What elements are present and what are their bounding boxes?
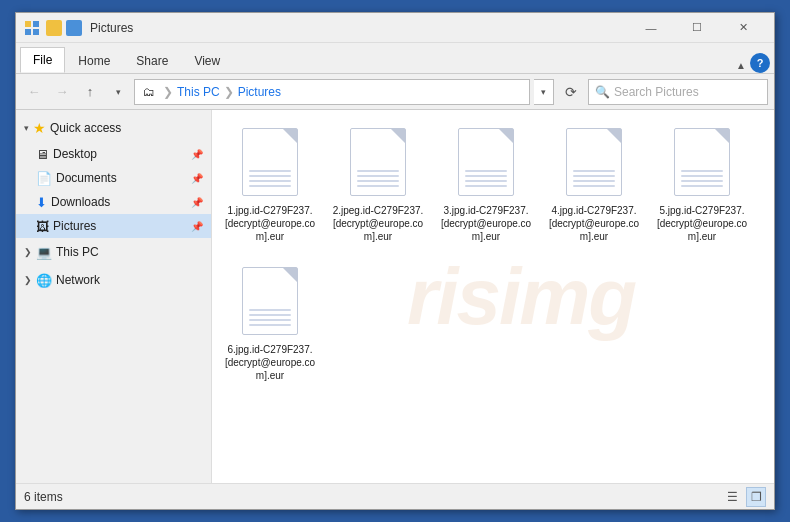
- sidebar: ▾ ★ Quick access 🖥 Desktop 📌 📄 Documents…: [16, 110, 212, 483]
- list-item[interactable]: 3.jpg.id-C279F237.[decrypt@europe.com].e…: [436, 118, 536, 249]
- undo-qs-btn[interactable]: [66, 20, 82, 36]
- tab-home[interactable]: Home: [65, 47, 123, 73]
- this-pc-section[interactable]: ❯ 💻 This PC: [16, 238, 211, 266]
- doc-corner-fold: [715, 129, 729, 143]
- file-name-label: 6.jpg.id-C279F237.[decrypt@europe.com].e…: [224, 343, 316, 382]
- search-placeholder: Search Pictures: [614, 85, 699, 99]
- quick-access-label: Quick access: [50, 121, 121, 135]
- downloads-label: Downloads: [51, 195, 110, 209]
- maximize-button[interactable]: ☐: [674, 13, 720, 43]
- doc-corner-fold: [283, 268, 297, 282]
- view-controls: ☰ ❐: [722, 487, 766, 507]
- file-name-label: 4.jpg.id-C279F237.[decrypt@europe.com].e…: [548, 204, 640, 243]
- main-content: ▾ ★ Quick access 🖥 Desktop 📌 📄 Documents…: [16, 110, 774, 483]
- doc-corner-fold: [391, 129, 405, 143]
- this-pc-icon: 💻: [36, 245, 52, 260]
- file-name-label: 5.jpg.id-C279F237.[decrypt@europe.com].e…: [656, 204, 748, 243]
- list-item[interactable]: 1.jpg.id-C279F237.[decrypt@europe.com].e…: [220, 118, 320, 249]
- file-name-label: 3.jpg.id-C279F237.[decrypt@europe.com].e…: [440, 204, 532, 243]
- sidebar-item-downloads[interactable]: ⬇ Downloads 📌: [16, 190, 211, 214]
- ribbon-tabs: File Home Share View ▲ ?: [16, 43, 774, 73]
- pin-icon-downloads: 📌: [191, 197, 203, 208]
- item-count: 6 items: [24, 490, 63, 504]
- doc-lines: [357, 170, 399, 187]
- list-item[interactable]: 2.jpeg.id-C279F237.[decrypt@europe.com].…: [328, 118, 428, 249]
- file-icon: [670, 124, 734, 200]
- list-item[interactable]: 6.jpg.id-C279F237.[decrypt@europe.com].e…: [220, 257, 320, 388]
- desktop-label: Desktop: [53, 147, 97, 161]
- svg-rect-1: [33, 21, 39, 27]
- list-item[interactable]: 4.jpg.id-C279F237.[decrypt@europe.com].e…: [544, 118, 644, 249]
- file-icon: [346, 124, 410, 200]
- tab-file[interactable]: File: [20, 47, 65, 73]
- search-icon: 🔍: [595, 85, 610, 99]
- address-path[interactable]: 🗂 ❯ This PC ❯ Pictures: [134, 79, 530, 105]
- close-button[interactable]: ✕: [720, 13, 766, 43]
- recent-locations-button[interactable]: ▾: [106, 80, 130, 104]
- window-icon: [24, 20, 40, 36]
- doc-lines: [681, 170, 723, 187]
- save-qs-btn[interactable]: [46, 20, 62, 36]
- documents-label: Documents: [56, 171, 117, 185]
- svg-rect-0: [25, 21, 31, 27]
- network-icon: 🌐: [36, 273, 52, 288]
- path-this-pc[interactable]: This PC: [177, 85, 220, 99]
- help-button[interactable]: ?: [750, 53, 770, 73]
- doc-corner-fold: [499, 129, 513, 143]
- forward-button[interactable]: →: [50, 80, 74, 104]
- svg-rect-2: [25, 29, 31, 35]
- pictures-icon: 🖼: [36, 219, 49, 234]
- up-button[interactable]: ↑: [78, 80, 102, 104]
- window-controls: — ☐ ✕: [628, 13, 766, 43]
- large-icon-view-button[interactable]: ❐: [746, 487, 766, 507]
- quick-access-section[interactable]: ▾ ★ Quick access: [16, 114, 211, 142]
- documents-icon: 📄: [36, 171, 52, 186]
- sidebar-item-pictures[interactable]: 🖼 Pictures 📌: [16, 214, 211, 238]
- list-view-button[interactable]: ☰: [722, 487, 742, 507]
- back-button[interactable]: ←: [22, 80, 46, 104]
- quick-access-chevron: ▾: [24, 123, 29, 133]
- refresh-button[interactable]: ⟳: [558, 79, 584, 105]
- window-title: Pictures: [90, 21, 628, 35]
- network-section[interactable]: ❯ 🌐 Network: [16, 266, 211, 294]
- explorer-window: Pictures — ☐ ✕ File Home Share View ▲ ? …: [15, 12, 775, 510]
- network-chevron: ❯: [24, 275, 32, 285]
- file-icon: [238, 124, 302, 200]
- status-bar: 6 items ☰ ❐: [16, 483, 774, 509]
- sidebar-item-desktop[interactable]: 🖥 Desktop 📌: [16, 142, 211, 166]
- this-pc-label: This PC: [56, 245, 99, 259]
- sidebar-item-documents[interactable]: 📄 Documents 📌: [16, 166, 211, 190]
- file-icon: [454, 124, 518, 200]
- desktop-icon: 🖥: [36, 147, 49, 162]
- path-dropdown-button[interactable]: ▾: [534, 79, 554, 105]
- file-icon: [562, 124, 626, 200]
- doc-lines: [249, 170, 291, 187]
- downloads-icon: ⬇: [36, 195, 47, 210]
- pin-icon-desktop: 📌: [191, 149, 203, 160]
- star-icon: ★: [33, 120, 46, 136]
- network-label: Network: [56, 273, 100, 287]
- doc-lines: [249, 309, 291, 326]
- minimize-button[interactable]: —: [628, 13, 674, 43]
- tab-view[interactable]: View: [181, 47, 233, 73]
- ribbon: File Home Share View ▲ ?: [16, 43, 774, 74]
- address-bar: ← → ↑ ▾ 🗂 ❯ This PC ❯ Pictures ▾ ⟳ 🔍 Sea…: [16, 74, 774, 110]
- this-pc-chevron: ❯: [24, 247, 32, 257]
- file-area: risimg 1.jpg.id-C279F237.[decrypt@europe…: [212, 110, 774, 483]
- quick-save-buttons: [46, 20, 82, 36]
- path-icon: 🗂: [143, 85, 155, 99]
- doc-lines: [573, 170, 615, 187]
- ribbon-collapse-btn[interactable]: ▲: [732, 58, 750, 73]
- doc-lines: [465, 170, 507, 187]
- files-grid: 1.jpg.id-C279F237.[decrypt@europe.com].e…: [220, 118, 766, 388]
- tab-share[interactable]: Share: [123, 47, 181, 73]
- title-bar: Pictures — ☐ ✕: [16, 13, 774, 43]
- pin-icon-documents: 📌: [191, 173, 203, 184]
- file-name-label: 1.jpg.id-C279F237.[decrypt@europe.com].e…: [224, 204, 316, 243]
- doc-corner-fold: [283, 129, 297, 143]
- file-icon: [238, 263, 302, 339]
- path-pictures[interactable]: Pictures: [238, 85, 281, 99]
- search-box[interactable]: 🔍 Search Pictures: [588, 79, 768, 105]
- doc-corner-fold: [607, 129, 621, 143]
- list-item[interactable]: 5.jpg.id-C279F237.[decrypt@europe.com].e…: [652, 118, 752, 249]
